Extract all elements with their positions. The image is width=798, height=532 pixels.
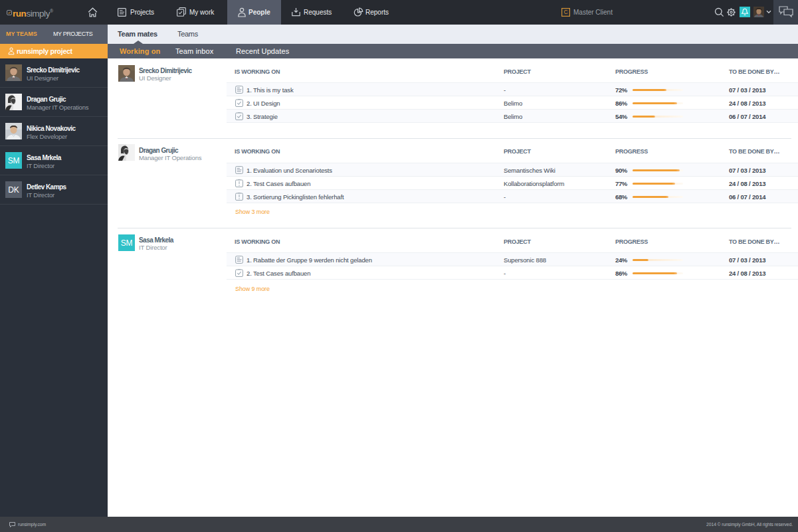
svg-text:C: C — [563, 9, 567, 15]
